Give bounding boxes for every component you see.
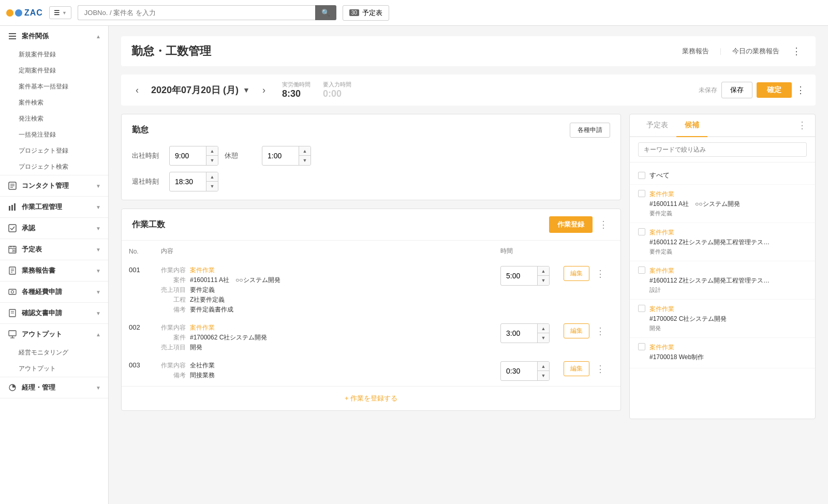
- work-register-button[interactable]: 作業登録: [549, 216, 593, 233]
- item-checkbox-1[interactable]: [638, 190, 645, 197]
- detail-value: #1700062 C社システム開発: [190, 333, 267, 342]
- business-report-button[interactable]: 業務報告: [674, 43, 717, 59]
- actual-hours-block: 実労働時間 8:30: [282, 81, 310, 99]
- tab-candidate[interactable]: 候補: [676, 114, 707, 137]
- start-time-input[interactable]: [170, 149, 206, 163]
- list-item[interactable]: 案件作業 #1600111 A社 ○○システム開発 要件定義: [630, 185, 815, 223]
- work-time-up-002[interactable]: ▲: [538, 324, 549, 333]
- chevron-right-icon-7: ▼: [96, 310, 101, 316]
- break-time-down[interactable]: ▼: [299, 156, 310, 165]
- detail-label: 備考: [161, 371, 186, 380]
- row-more-button-002[interactable]: ⋮: [594, 325, 607, 337]
- edit-button-001[interactable]: 編集: [564, 266, 589, 281]
- sidebar-header-work-process[interactable]: 作業工程管理 ▼: [0, 197, 108, 217]
- search-input[interactable]: [78, 5, 315, 20]
- list-item[interactable]: 案件作業 #1700062 C社システム開発 開発: [630, 300, 815, 338]
- hamburger-icon: ☰: [54, 9, 60, 17]
- date-dropdown-button[interactable]: ▼: [243, 86, 250, 94]
- apply-button[interactable]: 各種申請: [570, 123, 610, 138]
- start-time-down[interactable]: ▼: [206, 156, 218, 165]
- sidebar-item-output[interactable]: アウトプット: [0, 361, 108, 377]
- schedule-label: 予定表: [362, 8, 382, 18]
- logo-text: ZAC: [24, 8, 43, 18]
- sidebar-header-output[interactable]: アウトプット ▲: [0, 324, 108, 345]
- next-date-button[interactable]: ›: [258, 83, 270, 98]
- list-item[interactable]: 案件作業 #1600112 Z社システム開発工程管理テス… 設計: [630, 261, 815, 300]
- sidebar-header-report[interactable]: 業務報告書 ▼: [0, 260, 108, 281]
- sidebar-header-schedule[interactable]: 30 予定表 ▼: [0, 239, 108, 260]
- all-checkbox[interactable]: [638, 172, 645, 179]
- chevron-right-icon-8: ▼: [96, 385, 101, 391]
- save-button[interactable]: 保存: [721, 82, 752, 98]
- sidebar-header-contact[interactable]: コンタクト管理 ▼: [0, 175, 108, 196]
- work-time-input-001[interactable]: [501, 269, 537, 283]
- end-time-row: 退社時刻 ▲ ▼: [132, 172, 311, 191]
- sidebar-item-project-register[interactable]: プロジェクト登録: [0, 143, 108, 159]
- today-report-button[interactable]: 今日の業務報告: [724, 43, 788, 59]
- item-checkbox-4[interactable]: [638, 305, 645, 312]
- work-section-more-button[interactable]: ⋮: [597, 219, 610, 230]
- work-detail-row: 案件 #1600111 A社 ○○システム開発: [161, 276, 487, 285]
- panel-more-button[interactable]: ⋮: [797, 120, 807, 131]
- work-time-down-003[interactable]: ▼: [538, 371, 549, 380]
- unsaved-label: 未保存: [699, 86, 717, 95]
- time-info: 実労働時間 8:30 要入力時間 0:00: [282, 81, 351, 99]
- chevron-right-icon-3: ▼: [96, 226, 101, 231]
- work-time-up-003[interactable]: ▲: [538, 362, 549, 371]
- sidebar-item-order-search[interactable]: 発注検索: [0, 111, 108, 127]
- schedule-button[interactable]: 30 予定表: [343, 5, 389, 21]
- end-time-input[interactable]: [170, 174, 206, 189]
- sidebar-header-approval[interactable]: 承認 ▼: [0, 218, 108, 239]
- sidebar-header-expense[interactable]: 各種経費申請 ▼: [0, 281, 108, 302]
- search-button[interactable]: 🔍: [315, 5, 336, 20]
- edit-button-003[interactable]: 編集: [564, 361, 589, 376]
- list-item[interactable]: 案件作業 #1600112 Z社システム開発工程管理テス… 要件定義: [630, 223, 815, 261]
- required-hours-label: 要入力時間: [323, 81, 351, 88]
- start-time-label: 出社時刻: [132, 151, 163, 160]
- edit-button-002[interactable]: 編集: [564, 323, 589, 338]
- sidebar-item-bulk-order[interactable]: 一括発注登録: [0, 127, 108, 143]
- item-checkbox-3[interactable]: [638, 266, 645, 274]
- work-detail-row: 作業内容 案件作業: [161, 266, 487, 275]
- work-time-down-002[interactable]: ▼: [538, 333, 549, 343]
- work-time-down-001[interactable]: ▼: [538, 276, 549, 285]
- logo: ZAC: [6, 8, 43, 18]
- sidebar-item-new-case[interactable]: 新規案件登録: [0, 47, 108, 63]
- work-time-input-003[interactable]: [501, 364, 537, 378]
- work-table: No. 内容 時間 001: [122, 241, 620, 386]
- sidebar-item-management-monitor[interactable]: 経営モニタリング: [0, 345, 108, 361]
- tab-schedule[interactable]: 予定表: [638, 114, 676, 137]
- break-time-up[interactable]: ▲: [299, 146, 310, 156]
- sidebar-item-bulk-case[interactable]: 案件基本一括登録: [0, 79, 108, 95]
- sidebar-section-accounting: 経理・管理 ▼: [0, 377, 108, 398]
- item-name-4: #1700062 C社システム開発: [649, 315, 727, 323]
- end-time-up[interactable]: ▲: [206, 172, 218, 182]
- page-more-button[interactable]: ⋮: [788, 42, 805, 60]
- sidebar-header-accounting[interactable]: 経理・管理 ▼: [0, 377, 108, 398]
- end-time-down[interactable]: ▼: [206, 182, 218, 191]
- sidebar-item-case-search[interactable]: 案件検索: [0, 95, 108, 111]
- work-actions-002: 編集 ⋮: [564, 323, 613, 338]
- work-time-input-002[interactable]: [501, 326, 537, 340]
- panel-search-input[interactable]: [638, 142, 807, 157]
- sidebar-item-project-search[interactable]: プロジェクト検索: [0, 159, 108, 175]
- add-work-link[interactable]: + 作業を登録する: [345, 394, 397, 402]
- page-header: 勤怠・工数管理 業務報告 ｜ 今日の業務報告 ⋮: [121, 36, 816, 66]
- work-time-up-001[interactable]: ▲: [538, 266, 549, 276]
- sidebar-header-case[interactable]: 案件関係 ▲: [0, 26, 108, 47]
- prev-date-button[interactable]: ‹: [131, 83, 143, 98]
- sidebar-header-confirm-doc[interactable]: 確認文書申請 ▼: [0, 303, 108, 323]
- start-time-up[interactable]: ▲: [206, 146, 218, 156]
- break-time-input[interactable]: [262, 149, 299, 163]
- item-checkbox-2[interactable]: [638, 228, 645, 235]
- sidebar-item-regular-case[interactable]: 定期案件登録: [0, 63, 108, 79]
- row-more-button-001[interactable]: ⋮: [594, 268, 607, 279]
- list-item[interactable]: 案件作業 #1700018 Web制作: [630, 338, 815, 368]
- hamburger-button[interactable]: ☰ ▼: [49, 6, 71, 19]
- confirm-button[interactable]: 確定: [757, 82, 792, 98]
- item-checkbox-5[interactable]: [638, 343, 645, 350]
- row-more-button-003[interactable]: ⋮: [594, 363, 607, 375]
- current-date: 2020年07月20日 (月): [151, 84, 239, 96]
- date-nav-more-button[interactable]: ⋮: [796, 84, 805, 96]
- date-display: 2020年07月20日 (月) ▼: [151, 84, 250, 96]
